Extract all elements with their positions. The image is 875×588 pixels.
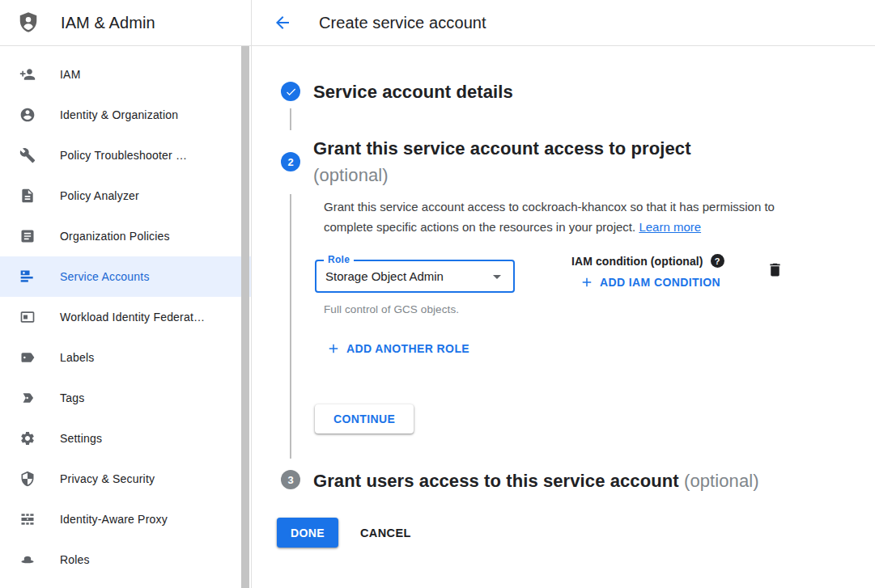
sidebar-item-label: Identity-Aware Proxy <box>60 513 168 526</box>
label-icon <box>19 349 36 366</box>
sidebar-item-settings[interactable]: Settings <box>0 418 251 459</box>
help-icon[interactable]: ? <box>711 254 724 268</box>
sidebar-item-policy-troubleshooter[interactable]: Policy Troubleshooter … <box>0 135 251 176</box>
role-selected-value: Storage Object Admin <box>325 261 444 291</box>
add-iam-condition-button[interactable]: ADD IAM CONDITION <box>580 275 720 290</box>
sidebar-item-identity-organization[interactable]: Identity & Organization <box>0 95 251 135</box>
step3-number: 3 <box>287 474 293 486</box>
sidebar-item-label: Privacy & Security <box>60 472 155 485</box>
back-button[interactable] <box>273 13 292 32</box>
step2-title-text: Grant this service account access to pro… <box>313 135 691 162</box>
cancel-button[interactable]: CANCEL <box>353 518 418 548</box>
sidebar-item-organization-policies[interactable]: Organization Policies <box>0 216 251 256</box>
sidebar-item-label: Service Accounts <box>60 270 150 283</box>
sidebar-nav: IAM Identity & Organization Policy Troub… <box>0 46 252 588</box>
sidebar-item-label: Policy Troubleshooter … <box>60 149 187 162</box>
delete-role-button[interactable] <box>765 261 784 281</box>
tag-arrow-icon <box>19 390 36 406</box>
iam-condition-label: IAM condition (optional) <box>571 255 703 268</box>
sidebar-item-label: Tags <box>60 391 84 404</box>
dropdown-arrow-icon <box>487 267 507 290</box>
article-icon <box>19 228 36 244</box>
step3-number-badge: 3 <box>281 470 300 489</box>
sidebar-item-label: Roles <box>60 553 90 566</box>
step3-optional-label: (optional) <box>684 471 759 491</box>
plus-icon <box>326 341 341 356</box>
sidebar-item-identity-aware-proxy[interactable]: Identity-Aware Proxy <box>0 499 251 539</box>
step2-optional-label: (optional) <box>313 162 691 188</box>
learn-more-link[interactable]: Learn more <box>639 220 701 234</box>
step1-completed-check-icon <box>281 82 300 101</box>
iap-icon <box>19 511 36 527</box>
sidebar-item-label: Policy Analyzer <box>60 189 139 202</box>
sidebar-scrollbar[interactable] <box>241 46 249 588</box>
create-service-account-form: Service account details 2 Grant this ser… <box>252 46 875 588</box>
arrow-back-icon <box>273 13 292 32</box>
sidebar-item-iam[interactable]: IAM <box>0 54 251 95</box>
step3-title: Grant users access to this service accou… <box>313 467 759 494</box>
step2-description: Grant this service account access to coc… <box>324 197 803 237</box>
sidebar-item-service-accounts[interactable]: Service Accounts <box>0 256 251 297</box>
top-header: IAM & Admin Create service account <box>0 0 875 46</box>
service-account-icon <box>19 269 36 285</box>
sidebar-item-labels[interactable]: Labels <box>0 337 251 378</box>
document-gear-icon <box>19 188 36 204</box>
done-button[interactable]: DONE <box>277 518 338 548</box>
iam-admin-shield-logo-icon <box>16 11 40 35</box>
sidebar-item-privacy-security[interactable]: Privacy & Security <box>0 459 251 499</box>
product-header: IAM & Admin <box>0 0 252 45</box>
sidebar-item-policy-analyzer[interactable]: Policy Analyzer <box>0 176 251 216</box>
add-iam-condition-label: ADD IAM CONDITION <box>600 276 720 289</box>
step-connector <box>290 194 291 459</box>
sidebar-item-label: IAM <box>60 68 81 81</box>
role-helper-text: Full control of GCS objects. <box>324 303 459 315</box>
account-circle-icon <box>19 107 36 123</box>
sidebar-item-label: Settings <box>60 432 102 445</box>
add-another-role-button[interactable]: ADD ANOTHER ROLE <box>326 341 469 356</box>
step1-title: Service account details <box>313 78 513 105</box>
product-title: IAM & Admin <box>61 14 155 32</box>
sidebar-item-roles[interactable]: Roles <box>0 539 251 580</box>
sidebar-item-label: Workload Identity Federat… <box>60 311 205 324</box>
step2-number-badge: 2 <box>281 152 300 171</box>
trash-icon <box>767 261 784 278</box>
gear-icon <box>19 430 36 446</box>
plus-icon <box>580 275 594 290</box>
step3-optional-text: (optional) <box>684 471 759 491</box>
sidebar-item-label: Labels <box>60 351 94 364</box>
step-connector <box>290 108 291 130</box>
person-add-icon <box>19 66 36 82</box>
step3-title-text: Grant users access to this service accou… <box>313 471 679 491</box>
step2-description-text: Grant this service account access to coc… <box>324 200 775 234</box>
hat-icon <box>19 552 36 568</box>
add-another-role-label: ADD ANOTHER ROLE <box>346 342 469 355</box>
role-select[interactable]: Role Storage Object Admin <box>315 260 515 293</box>
step2-number: 2 <box>287 156 293 168</box>
sidebar-item-workload-identity-federation[interactable]: Workload Identity Federat… <box>0 297 251 337</box>
sidebar-item-label: Organization Policies <box>60 230 170 243</box>
page-header: Create service account <box>252 0 875 45</box>
continue-button[interactable]: CONTINUE <box>315 404 414 434</box>
step2-title: Grant this service account access to pro… <box>313 135 691 188</box>
wrench-icon <box>19 147 36 163</box>
badge-card-icon <box>19 309 36 325</box>
iam-condition-header: IAM condition (optional) ? <box>571 254 724 268</box>
sidebar-item-tags[interactable]: Tags <box>0 378 251 418</box>
sidebar-item-label: Identity & Organization <box>60 108 178 121</box>
shield-icon <box>19 471 36 487</box>
page-title: Create service account <box>319 14 486 32</box>
